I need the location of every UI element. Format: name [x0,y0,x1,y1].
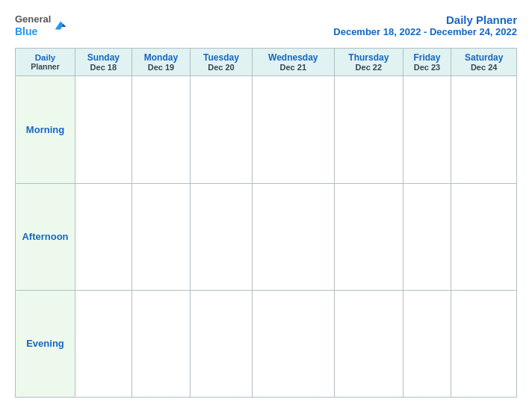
day-name-sunday: Sunday [78,52,129,63]
row-label-afternoon: Afternoon [16,183,75,290]
cell-morning-saturday[interactable] [451,76,517,183]
day-date-monday: Dec 19 [134,63,188,72]
day-name-wednesday: Wednesday [255,52,332,63]
cell-morning-monday[interactable] [132,76,191,183]
planner-date-range: December 18, 2022 - December 24, 2022 [333,26,517,37]
day-date-sunday: Dec 18 [78,63,129,72]
day-date-tuesday: Dec 20 [193,63,249,72]
col-header-wednesday: Wednesday Dec 21 [252,49,334,76]
cell-afternoon-monday[interactable] [132,183,191,290]
page-header: General Blue Daily Planner December 18, … [15,13,517,37]
cell-evening-monday[interactable] [132,290,191,397]
cell-morning-wednesday[interactable] [252,76,334,183]
cell-evening-saturday[interactable] [451,290,517,397]
label-header-main: Daily [18,53,72,62]
table-label-header: Daily Planner [16,49,75,76]
col-header-sunday: Sunday Dec 18 [75,49,132,76]
cell-evening-tuesday[interactable] [191,290,252,397]
day-date-wednesday: Dec 21 [255,63,332,72]
cell-morning-sunday[interactable] [75,76,132,183]
planner-title: Daily Planner [333,13,517,26]
day-name-friday: Friday [406,52,449,63]
row-label-evening: Evening [16,290,75,397]
col-header-saturday: Saturday Dec 24 [451,49,517,76]
row-label-morning: Morning [16,76,75,183]
table-row-morning: Morning [16,76,517,183]
cell-afternoon-saturday[interactable] [451,183,517,290]
day-name-tuesday: Tuesday [193,52,249,63]
cell-afternoon-wednesday[interactable] [252,183,334,290]
label-header-sub: Planner [18,62,72,71]
cell-morning-thursday[interactable] [334,76,403,183]
logo-blue: Blue [15,25,51,38]
logo: General Blue [15,13,69,37]
col-header-tuesday: Tuesday Dec 20 [191,49,252,76]
day-date-thursday: Dec 22 [337,63,400,72]
header-right: Daily Planner December 18, 2022 - Decemb… [333,13,517,37]
cell-evening-thursday[interactable] [334,290,403,397]
col-header-friday: Friday Dec 23 [403,49,451,76]
day-name-saturday: Saturday [454,52,514,63]
col-header-monday: Monday Dec 19 [132,49,191,76]
day-date-friday: Dec 23 [406,63,449,72]
day-date-saturday: Dec 24 [454,63,514,72]
day-name-monday: Monday [134,52,188,63]
col-header-thursday: Thursday Dec 22 [334,49,403,76]
cell-morning-tuesday[interactable] [191,76,252,183]
cell-morning-friday[interactable] [403,76,451,183]
logo-general: General [15,13,51,25]
cell-afternoon-thursday[interactable] [334,183,403,290]
cell-evening-wednesday[interactable] [252,290,334,397]
cell-evening-friday[interactable] [403,290,451,397]
day-name-thursday: Thursday [337,52,400,63]
cell-afternoon-friday[interactable] [403,183,451,290]
cell-afternoon-sunday[interactable] [75,183,132,290]
table-header-row: Daily Planner Sunday Dec 18 Monday Dec 1… [16,49,517,76]
table-row-afternoon: Afternoon [16,183,517,290]
planner-table: Daily Planner Sunday Dec 18 Monday Dec 1… [15,48,517,398]
logo-icon [52,17,69,34]
table-row-evening: Evening [16,290,517,397]
cell-evening-sunday[interactable] [75,290,132,397]
cell-afternoon-tuesday[interactable] [191,183,252,290]
